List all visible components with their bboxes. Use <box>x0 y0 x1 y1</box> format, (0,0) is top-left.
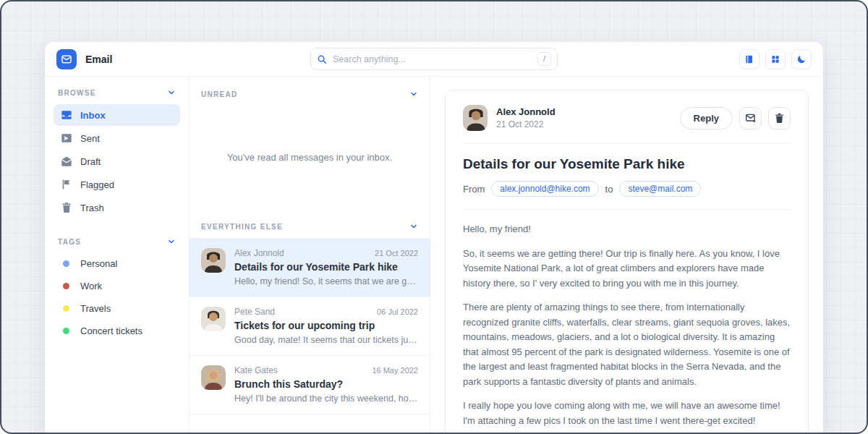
browse-section-head: BROWSE <box>54 88 180 97</box>
email-paragraph: Hello, my friend! <box>463 222 791 237</box>
detail-date: 21 Oct 2022 <box>496 119 556 129</box>
unread-label: UNREAD <box>201 90 238 98</box>
search-input[interactable] <box>333 54 532 64</box>
chevron-down-icon[interactable] <box>409 90 418 98</box>
avatar <box>201 248 226 273</box>
dark-mode-moon-button[interactable] <box>791 49 812 69</box>
sidebar-item-label: Flagged <box>80 179 114 190</box>
sidebar-item-label: Inbox <box>80 110 106 121</box>
tag-color-dot <box>63 283 69 289</box>
search-box[interactable]: / <box>310 48 558 70</box>
from-email-pill[interactable]: alex.jonnold@hike.com <box>491 181 598 197</box>
email-paragraph: So, it seems we are getting there! Our t… <box>463 247 791 292</box>
everything-else-section-head: EVERYTHING ELSE <box>190 215 430 238</box>
tag-label: Personal <box>80 258 117 269</box>
tag-item-work[interactable]: Work <box>54 276 180 297</box>
tags-list: Personal Work Travels Concert ticke <box>54 253 180 341</box>
inbox-icon <box>61 109 72 121</box>
sidebar-item-flagged[interactable]: Flagged <box>54 174 180 195</box>
app-title: Email <box>85 54 112 65</box>
reply-button[interactable]: Reply <box>680 107 733 129</box>
brand: Email <box>56 49 310 69</box>
sidebar-item-label: Trash <box>80 203 104 213</box>
flag-icon <box>61 179 72 190</box>
divider <box>463 209 791 210</box>
from-to-row: From alex.jonnold@hike.com to steve@mail… <box>463 181 791 197</box>
tag-color-dot <box>63 305 69 312</box>
tag-item-travels[interactable]: Travels <box>54 298 180 319</box>
search-icon <box>317 54 327 64</box>
tags-section: TAGS Personal Work <box>54 237 180 341</box>
browser-frame: Email / <box>0 0 868 434</box>
tag-item-personal[interactable]: Personal <box>54 253 180 274</box>
tag-color-dot <box>63 260 69 267</box>
email-list-item[interactable]: Pete Sand 06 Jul 2022 Tickets for our up… <box>190 297 430 355</box>
delete-email-button[interactable] <box>768 107 791 129</box>
email-sender: Pete Sand <box>234 307 275 317</box>
apps-grid-button[interactable] <box>765 49 786 69</box>
email-subject: Brunch this Saturday? <box>234 378 418 390</box>
sidebar: BROWSE Inbox <box>45 77 190 434</box>
header-actions <box>558 49 812 69</box>
email-body: Hello, my friend! So, it seems we are ge… <box>463 222 791 434</box>
email-sender: Alex Jonnold <box>234 248 284 258</box>
chevron-down-icon[interactable] <box>167 237 176 246</box>
email-detail-column: Alex Jonnold 21 Oct 2022 Reply <box>430 77 823 434</box>
tags-section-head: TAGS <box>54 237 180 246</box>
tag-label: Concert tickets <box>80 326 142 336</box>
mark-unread-envelope-button[interactable] <box>739 107 762 129</box>
detail-sender-name: Alex Jonnold <box>496 106 556 117</box>
email-subject: Tickets for our upcoming trip <box>234 320 418 331</box>
app-header: Email / <box>45 42 823 77</box>
draft-icon <box>61 156 72 167</box>
email-subject: Details for our Yosemite Park hike <box>234 261 418 273</box>
email-paragraph: I really hope you love coming along with… <box>463 399 791 428</box>
tag-item-concert-tickets[interactable]: Concert tickets <box>54 320 180 341</box>
search-shortcut-key: / <box>537 52 551 66</box>
detail-sender-block: Alex Jonnold 21 Oct 2022 <box>496 106 556 129</box>
email-paragraph: There are plenty of amazing things to se… <box>463 300 791 389</box>
trash-icon <box>61 202 72 213</box>
email-list-item[interactable]: Alex Jonnold 21 Oct 2022 Details for our… <box>190 238 430 297</box>
chevron-down-icon[interactable] <box>409 222 418 231</box>
sent-icon <box>61 132 72 144</box>
email-preview: Hey! I'll be around the city this weeken… <box>234 393 418 404</box>
email-summary: Pete Sand 06 Jul 2022 Tickets for our up… <box>234 307 418 345</box>
email-date: 06 Jul 2022 <box>377 307 418 316</box>
email-date: 21 Oct 2022 <box>375 249 418 258</box>
tag-label: Travels <box>80 303 111 314</box>
email-summary: Kate Gates 16 May 2022 Brunch this Satur… <box>234 365 418 404</box>
divider <box>463 143 791 144</box>
tag-color-dot <box>63 328 69 334</box>
avatar <box>201 307 226 331</box>
email-app-window: Email / <box>45 42 823 434</box>
sidebar-item-trash[interactable]: Trash <box>54 197 180 218</box>
detail-header: Alex Jonnold 21 Oct 2022 Reply <box>463 105 791 131</box>
to-label: to <box>605 184 613 195</box>
tag-label: Work <box>80 281 102 292</box>
everything-else-label: EVERYTHING ELSE <box>201 223 283 231</box>
email-logo-icon <box>56 49 77 69</box>
sidebar-item-sent[interactable]: Sent <box>54 127 180 149</box>
message-list-column: UNREAD You've read all messages in your … <box>190 77 430 434</box>
avatar <box>463 105 488 131</box>
avatar <box>201 365 226 390</box>
contacts-book-button[interactable] <box>739 49 760 69</box>
app-body: BROWSE Inbox <box>45 77 823 434</box>
browse-list: Inbox Sent <box>54 104 180 218</box>
sidebar-item-inbox[interactable]: Inbox <box>54 104 180 126</box>
email-summary: Alex Jonnold 21 Oct 2022 Details for our… <box>234 248 418 286</box>
from-label: From <box>463 184 485 195</box>
email-sender: Kate Gates <box>234 365 278 375</box>
unread-empty-message: You've read all messages in your inbox. <box>200 152 420 163</box>
sidebar-item-label: Sent <box>80 133 100 144</box>
sidebar-item-draft[interactable]: Draft <box>54 150 180 172</box>
browse-label: BROWSE <box>58 89 96 97</box>
detail-subject: Details for our Yosemite Park hike <box>463 156 791 172</box>
chevron-down-icon[interactable] <box>167 88 176 97</box>
email-preview: Hello, my friend! So, it seems that we a… <box>234 276 418 286</box>
to-email-pill[interactable]: steve@mail.com <box>619 181 701 197</box>
email-date: 16 May 2022 <box>372 366 418 375</box>
email-detail-card: Alex Jonnold 21 Oct 2022 Reply <box>445 90 809 434</box>
email-list-item[interactable]: Kate Gates 16 May 2022 Brunch this Satur… <box>190 355 430 414</box>
